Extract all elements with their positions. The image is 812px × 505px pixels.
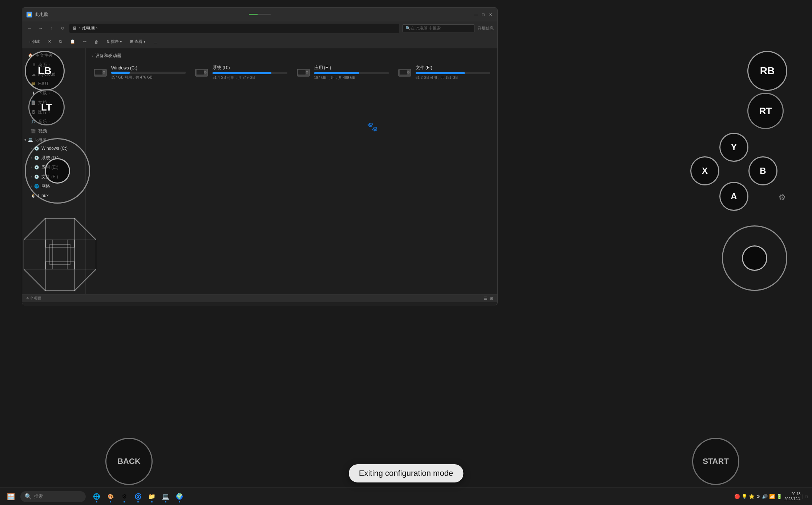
- loading-bar-fill: [249, 14, 258, 15]
- close-button[interactable]: ✕: [488, 12, 493, 17]
- taskbar-right: 🔴 💡 ⭐ ⚙ 🔊 📶 🔋 20:13 2023/12/4 □: [734, 492, 808, 502]
- tray-icon-wifi[interactable]: 📶: [769, 494, 775, 499]
- video-icon: 🎬: [31, 128, 36, 133]
- chevron-down-icon: ▾: [24, 137, 27, 142]
- drive-e-name: 应用 (E:): [314, 65, 389, 71]
- lb-button[interactable]: LB: [25, 51, 65, 91]
- details-button[interactable]: 详细信息: [478, 25, 494, 31]
- drives-section-label: 设备和驱动器: [92, 53, 492, 59]
- rb-button[interactable]: RB: [747, 51, 787, 91]
- drive-f-bar: [416, 72, 490, 74]
- drive-c-info: Windows (C:) 357 GB 可用，共 476 GB: [111, 65, 186, 80]
- search-icon: 🔍: [405, 26, 411, 31]
- drive-e-icon: [296, 67, 311, 79]
- new-button[interactable]: + 创建: [26, 38, 43, 45]
- minimize-button[interactable]: —: [473, 12, 478, 17]
- tray-icon-1[interactable]: 🔴: [734, 494, 740, 499]
- drive-e-bar: [314, 72, 389, 74]
- sort-button[interactable]: ⇅ 排序 ▾: [104, 38, 125, 45]
- paste-button[interactable]: 📋: [67, 38, 78, 45]
- taskbar-app-settings[interactable]: ⚙: [118, 490, 131, 503]
- svg-rect-11: [298, 76, 309, 76]
- refresh-button[interactable]: ↻: [58, 24, 66, 32]
- a-button[interactable]: A: [719, 182, 748, 211]
- b-button[interactable]: B: [748, 156, 777, 185]
- x-button[interactable]: X: [690, 156, 719, 185]
- lt-button[interactable]: LT: [28, 89, 65, 125]
- explorer-window: 📁 此电脑 — □ ✕ ← → ↑ ↻ 🖥 › 此电脑 › 🔍 在 此电脑 中搜…: [22, 7, 498, 305]
- forward-button[interactable]: →: [37, 24, 45, 32]
- back-button[interactable]: BACK: [105, 438, 153, 485]
- list-view-icon[interactable]: ☰: [484, 296, 488, 301]
- sidebar-item-videos[interactable]: 🎬 视频: [22, 126, 85, 136]
- drive-item-f[interactable]: 文件 (F:) 61.2 GB 可用，共 181 GB: [396, 63, 492, 82]
- drive-f-info: 文件 (F:) 61.2 GB 可用，共 181 GB: [416, 65, 490, 80]
- taskbar-app-files[interactable]: 📁: [145, 490, 158, 503]
- address-bar[interactable]: 🖥 › 此电脑 ›: [69, 24, 399, 33]
- system-tray: 🔴 💡 ⭐ ⚙ 🔊 📶 🔋: [734, 494, 782, 499]
- taskbar: 🪟 🔍 搜索 🌐 🎨 ⚙ 🌀 📁 💻 🌍 🔴 💡 ⭐ ⚙ 🔊 📶 🔋 20:13…: [0, 488, 812, 505]
- start-menu-icon[interactable]: 🪟: [4, 490, 17, 503]
- drive-c-fill: [111, 72, 130, 74]
- taskbar-search-label: 搜索: [34, 493, 43, 500]
- svg-point-2: [103, 71, 105, 73]
- navigation-bar: ← → ↑ ↻ 🖥 › 此电脑 › 🔍 在 此电脑 中搜索 详细信息: [22, 21, 497, 35]
- item-count: 4 个项目: [27, 296, 42, 301]
- view-button[interactable]: ⊞ 查看 ▾: [127, 38, 149, 45]
- taskbar-app-colorful[interactable]: 🎨: [104, 490, 117, 503]
- cut-button[interactable]: ✕: [45, 38, 54, 45]
- tray-icon-3[interactable]: ⭐: [749, 494, 755, 499]
- rename-button[interactable]: ✏: [80, 38, 89, 45]
- content-area: 🏠 主文件夹 🖥 桌面 › ☁ MyCloud 📁 FJUT ⬇ 下载 ›: [22, 48, 497, 294]
- show-desktop-icon[interactable]: □: [803, 494, 808, 499]
- drive-f-space: 61.2 GB 可用，共 181 GB: [416, 75, 490, 80]
- grid-view-icon[interactable]: ⊞: [490, 296, 493, 301]
- sidebar-item-label: 视频: [38, 128, 47, 134]
- tray-icon-5[interactable]: 🔊: [762, 494, 768, 499]
- drive-c-icon: [93, 67, 108, 79]
- toast-notification: Exiting configuration mode: [349, 464, 463, 482]
- drive-item-e[interactable]: 应用 (E:) 197 GB 可用，共 499 GB: [295, 63, 390, 82]
- taskbar-app-explorer[interactable]: 💻: [159, 490, 172, 503]
- clock-time: 20:13: [784, 492, 801, 497]
- drive-item-c[interactable]: Windows (C:) 357 GB 可用，共 476 GB: [92, 63, 187, 82]
- gear-icon[interactable]: ⚙: [779, 193, 786, 202]
- drive-f-name: 文件 (F:): [416, 65, 490, 71]
- toast-message: Exiting configuration mode: [359, 469, 453, 478]
- tray-icon-2[interactable]: 💡: [742, 494, 747, 499]
- drive-d-space: 51.4 GB 可用，共 249 GB: [213, 75, 287, 80]
- start-button[interactable]: START: [692, 438, 739, 485]
- drive-c-space: 357 GB 可用，共 476 GB: [111, 75, 186, 80]
- up-button[interactable]: ↑: [48, 24, 56, 32]
- command-bar: + 创建 ✕ ⧉ 📋 ✏ 🗑 ⇅ 排序 ▾ ⊞ 查看 ▾ ...: [22, 35, 497, 48]
- drive-d-name: 系统 (D:): [213, 65, 287, 71]
- taskbar-app-browser[interactable]: 🌐: [90, 490, 103, 503]
- delete-button[interactable]: 🗑: [92, 39, 101, 45]
- y-button[interactable]: Y: [719, 133, 748, 162]
- maximize-button[interactable]: □: [481, 12, 486, 17]
- rt-button[interactable]: RT: [747, 93, 784, 129]
- right-stick[interactable]: [722, 225, 787, 291]
- drive-item-d[interactable]: 系统 (D:) 51.4 GB 可用，共 249 GB: [193, 63, 288, 82]
- more-button[interactable]: ...: [151, 39, 160, 45]
- tray-icon-battery[interactable]: 🔋: [776, 494, 782, 499]
- search-box[interactable]: 🔍 在 此电脑 中搜索: [402, 24, 475, 32]
- back-button[interactable]: ←: [26, 24, 34, 32]
- svg-rect-13: [400, 70, 407, 75]
- search-icon: 🔍: [25, 493, 32, 500]
- left-stick-inner: [45, 158, 70, 184]
- sort-arrow-icon: ▾: [120, 39, 122, 44]
- thispc-icon: 💻: [28, 137, 33, 142]
- svg-rect-15: [399, 76, 410, 76]
- left-stick[interactable]: [25, 138, 90, 204]
- taskbar-app-edge[interactable]: 🌀: [132, 490, 145, 503]
- view-toggle: ☰ ⊞: [484, 296, 493, 301]
- copy-button[interactable]: ⧉: [56, 38, 65, 45]
- tray-icon-4[interactable]: ⚙: [756, 494, 760, 499]
- taskbar-app-ie[interactable]: 🌍: [173, 490, 186, 503]
- taskbar-search[interactable]: 🔍 搜索: [20, 491, 86, 502]
- taskbar-clock[interactable]: 20:13 2023/12/4: [784, 492, 801, 502]
- svg-point-14: [407, 71, 409, 73]
- status-bar: 4 个项目 ☰ ⊞: [22, 294, 497, 302]
- svg-rect-3: [95, 76, 106, 76]
